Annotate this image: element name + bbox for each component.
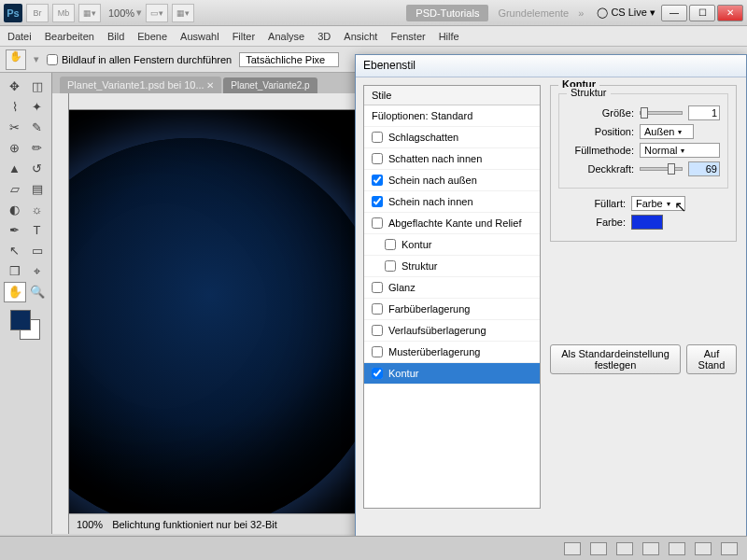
group-struktur-label: Struktur [567, 87, 611, 98]
zoom-label: 100% [108, 7, 134, 19]
gradient-tool-icon[interactable]: ▤ [26, 179, 49, 200]
panel-icon-5[interactable] [669, 542, 685, 555]
menu-datei[interactable]: Datei [7, 31, 32, 42]
maximize-button[interactable]: ☐ [689, 5, 715, 21]
brush-tool-icon[interactable]: ✏ [26, 138, 49, 159]
scroll-all-checkbox[interactable]: Bildlauf in allen Fenstern durchführen [47, 54, 232, 65]
actual-pixels-button[interactable]: Tatsächliche Pixe [239, 52, 339, 67]
doc-tab-1[interactable]: Planet_Variante1.psd bei 10... ✕ [60, 77, 221, 93]
menu-fenster[interactable]: Fenster [390, 31, 425, 42]
pen-tool-icon[interactable]: ✒ [4, 220, 26, 241]
minimize-button[interactable]: — [661, 5, 687, 21]
reset-default-button[interactable]: Auf Stand [686, 344, 737, 374]
opacity-label: Deckkraft: [567, 163, 634, 175]
style-bevel-contour[interactable]: Kontur [364, 234, 540, 256]
style-color-overlay[interactable]: Farbüberlagerung [364, 299, 540, 320]
size-label: Größe: [567, 107, 634, 119]
panel-icon-4[interactable] [642, 542, 659, 555]
lasso-tool-icon[interactable]: ⌇ [4, 97, 26, 118]
move-tool-icon[interactable]: ✥ [4, 77, 26, 97]
screenmode-icon[interactable]: ▭▾ [146, 4, 168, 22]
marquee-tool-icon[interactable]: ◫ [26, 77, 49, 97]
style-drop-shadow[interactable]: Schlagschatten [364, 127, 540, 148]
more-workspaces-icon[interactable]: » [578, 7, 584, 19]
style-satin[interactable]: Glanz [364, 277, 540, 299]
extras-icon[interactable]: ▦▾ [172, 4, 194, 22]
menu-bild[interactable]: Bild [107, 31, 124, 42]
hand-tool-icon[interactable]: ✋ [6, 49, 26, 70]
menu-hilfe[interactable]: Hilfe [439, 31, 459, 42]
blend-dropdown[interactable]: Normal [640, 143, 720, 158]
opacity-slider[interactable] [640, 167, 683, 171]
style-inner-shadow[interactable]: Schatten nach innen [364, 148, 540, 170]
size-value[interactable]: 1 [688, 105, 720, 120]
cslive-button[interactable]: ◯ CS Live ▾ [597, 7, 655, 19]
close-button[interactable]: ✕ [717, 5, 743, 21]
history-brush-icon[interactable]: ↺ [26, 159, 49, 179]
dodge-tool-icon[interactable]: ☼ [26, 200, 49, 220]
camera-tool-icon[interactable]: ⌖ [26, 261, 49, 282]
app-icon: Ps [4, 4, 22, 22]
styles-header[interactable]: Stile [364, 86, 540, 105]
panel-icon-6[interactable] [695, 542, 712, 555]
blur-tool-icon[interactable]: ◐ [4, 200, 26, 220]
filltype-dropdown[interactable]: Farbe [631, 196, 685, 211]
path-tool-icon[interactable]: ↖ [4, 241, 26, 261]
style-inner-glow[interactable]: Schein nach innen [364, 191, 540, 213]
style-gradient-overlay[interactable]: Verlaufsüberlagerung [364, 320, 540, 342]
panel-icon-1[interactable] [564, 542, 581, 555]
style-bevel[interactable]: Abgeflachte Kante und Relief [364, 213, 540, 234]
dialog-title: Ebenenstil [356, 55, 746, 77]
toolbox: ✥◫ ⌇✦ ✂✎ ⊕✏ ▲↺ ▱▤ ◐☼ ✒T ↖▭ ❒⌖ ✋🔍 [0, 73, 52, 534]
menu-3d[interactable]: 3D [317, 31, 331, 42]
blend-label: Füllmethode: [567, 145, 634, 156]
menu-filter[interactable]: Filter [233, 31, 255, 42]
status-zoom: 100% [77, 519, 103, 530]
zoom-tool-icon[interactable]: 🔍 [26, 282, 49, 302]
position-dropdown[interactable]: Außen [640, 124, 694, 139]
hand-tool-icon[interactable]: ✋ [4, 282, 26, 302]
doc-tab-2[interactable]: Planet_Variante2.p [223, 77, 317, 93]
wand-tool-icon[interactable]: ✦ [26, 97, 49, 118]
3d-tool-icon[interactable]: ❒ [4, 261, 26, 282]
heal-tool-icon[interactable]: ⊕ [4, 138, 26, 159]
type-tool-icon[interactable]: T [26, 220, 49, 241]
size-slider[interactable] [640, 111, 683, 115]
stamp-tool-icon[interactable]: ▲ [4, 159, 26, 179]
color-swatch[interactable] [631, 215, 663, 230]
shape-tool-icon[interactable]: ▭ [26, 241, 49, 261]
color-swatches[interactable] [10, 310, 42, 342]
crop-tool-icon[interactable]: ✂ [4, 118, 26, 138]
panel-icon-7[interactable] [721, 542, 738, 555]
planet-artwork [69, 138, 387, 513]
style-blending-options[interactable]: Füloptionen: Standard [364, 105, 540, 127]
minibridge-icon[interactable]: Mb [52, 4, 75, 22]
panel-icon-3[interactable] [616, 542, 633, 555]
menu-analyse[interactable]: Analyse [268, 31, 304, 42]
menu-auswahl[interactable]: Auswahl [180, 31, 219, 42]
menu-bearbeiten[interactable]: Bearbeiten [45, 31, 94, 42]
make-default-button[interactable]: Als Standardeinstellung festlegen [550, 344, 681, 374]
titlebar: Ps Br Mb ▦▾ 100% ▾ ▭▾ ▦▾ PSD-Tutorials G… [0, 0, 747, 26]
arrange-icon[interactable]: ▦▾ [78, 4, 101, 22]
panel-icon-2[interactable] [590, 542, 607, 555]
style-settings-panel: Kontur Struktur Größe: 1 Position: Außen… [541, 77, 746, 516]
eraser-tool-icon[interactable]: ▱ [4, 179, 26, 200]
color-label: Farbe: [558, 217, 626, 228]
style-pattern-overlay[interactable]: Musterüberlagerung [364, 342, 540, 363]
menu-ansicht[interactable]: Ansicht [344, 31, 377, 42]
workspace-tab-active[interactable]: PSD-Tutorials [406, 5, 488, 21]
style-bevel-texture[interactable]: Struktur [364, 256, 540, 277]
style-outer-glow[interactable]: Schein nach außen [364, 170, 540, 191]
style-list: Stile Füloptionen: Standard Schlagschatt… [363, 85, 541, 509]
eyedropper-tool-icon[interactable]: ✎ [26, 118, 49, 138]
layer-style-dialog: Ebenenstil Stile Füloptionen: Standard S… [355, 54, 747, 539]
position-label: Position: [567, 126, 634, 137]
filltype-label: Füllart: [558, 198, 626, 209]
vertical-ruler [52, 93, 69, 534]
style-stroke[interactable]: Kontur [364, 363, 540, 385]
opacity-value[interactable]: 69 [688, 161, 720, 176]
bridge-icon[interactable]: Br [26, 4, 49, 22]
menu-ebene[interactable]: Ebene [137, 31, 167, 42]
workspace-tab[interactable]: Grundelemente [498, 7, 569, 19]
